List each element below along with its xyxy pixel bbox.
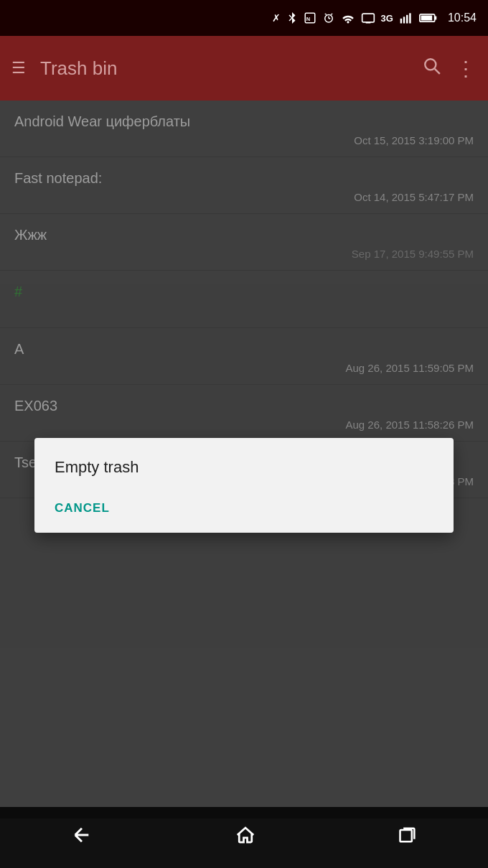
status-icons: ✗ N 3G 10:54 (272, 11, 477, 24)
status-bar: ✗ N 3G 10:54 (0, 0, 488, 36)
menu-icon[interactable]: ☰ (11, 59, 26, 78)
home-button[interactable] (235, 824, 256, 851)
recents-button[interactable] (398, 825, 418, 850)
status-time: 10:54 (448, 11, 477, 24)
alarm-icon (322, 11, 335, 24)
svg-rect-13 (406, 15, 408, 24)
svg-line-19 (435, 69, 440, 74)
toolbar: ☰ Trash bin ⋮ (0, 36, 488, 101)
back-button[interactable] (70, 823, 93, 851)
bluetooth-icon: ✗ (272, 12, 281, 24)
3g-icon: 3G (381, 13, 393, 24)
svg-rect-20 (400, 830, 411, 841)
more-options-icon[interactable]: ⋮ (456, 57, 477, 80)
bluetooth-icon (286, 11, 298, 24)
screen-icon (361, 12, 375, 24)
svg-rect-17 (421, 16, 433, 21)
svg-rect-9 (362, 14, 374, 22)
cancel-button[interactable]: CANCEL (55, 498, 110, 518)
svg-rect-14 (409, 13, 411, 23)
toolbar-title: Trash bin (40, 57, 408, 80)
svg-rect-12 (403, 17, 405, 23)
svg-rect-16 (435, 16, 437, 19)
svg-point-18 (425, 59, 436, 70)
signal-icon (399, 12, 413, 24)
svg-line-7 (324, 14, 326, 15)
battery-icon (419, 13, 438, 23)
dialog-title: Empty trash (55, 458, 433, 477)
nfc-icon: N (304, 11, 316, 24)
search-icon[interactable] (423, 57, 441, 80)
svg-text:N: N (306, 16, 309, 22)
dialog: Empty trash CANCEL (34, 438, 454, 533)
svg-line-8 (331, 14, 332, 15)
svg-rect-11 (400, 19, 403, 24)
list-container: Android Wear циферблаты Oct 15, 2015 3:1… (0, 101, 488, 818)
wifi-icon (341, 12, 355, 24)
